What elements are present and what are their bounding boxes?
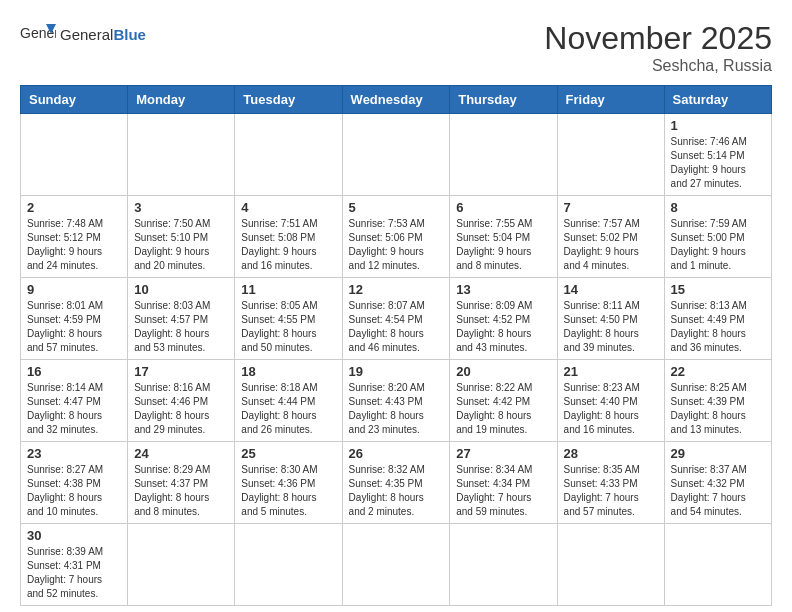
calendar-cell: 15Sunrise: 8:13 AMSunset: 4:49 PMDayligh… — [664, 278, 771, 360]
day-info: Sunrise: 7:55 AMSunset: 5:04 PMDaylight:… — [456, 217, 550, 273]
calendar-cell: 24Sunrise: 8:29 AMSunset: 4:37 PMDayligh… — [128, 442, 235, 524]
calendar-cell: 21Sunrise: 8:23 AMSunset: 4:40 PMDayligh… — [557, 360, 664, 442]
calendar-cell — [21, 114, 128, 196]
calendar-cell — [557, 114, 664, 196]
weekday-header-thursday: Thursday — [450, 86, 557, 114]
day-info: Sunrise: 8:01 AMSunset: 4:59 PMDaylight:… — [27, 299, 121, 355]
day-number: 12 — [349, 282, 444, 297]
calendar-cell: 30Sunrise: 8:39 AMSunset: 4:31 PMDayligh… — [21, 524, 128, 606]
calendar-cell: 10Sunrise: 8:03 AMSunset: 4:57 PMDayligh… — [128, 278, 235, 360]
day-number: 19 — [349, 364, 444, 379]
calendar-cell — [450, 524, 557, 606]
calendar-cell: 3Sunrise: 7:50 AMSunset: 5:10 PMDaylight… — [128, 196, 235, 278]
day-info: Sunrise: 8:03 AMSunset: 4:57 PMDaylight:… — [134, 299, 228, 355]
day-number: 18 — [241, 364, 335, 379]
calendar-cell — [235, 114, 342, 196]
calendar-cell: 7Sunrise: 7:57 AMSunset: 5:02 PMDaylight… — [557, 196, 664, 278]
calendar-cell: 6Sunrise: 7:55 AMSunset: 5:04 PMDaylight… — [450, 196, 557, 278]
day-info: Sunrise: 8:37 AMSunset: 4:32 PMDaylight:… — [671, 463, 765, 519]
day-number: 26 — [349, 446, 444, 461]
calendar-cell: 4Sunrise: 7:51 AMSunset: 5:08 PMDaylight… — [235, 196, 342, 278]
calendar-cell — [235, 524, 342, 606]
day-number: 20 — [456, 364, 550, 379]
day-info: Sunrise: 8:30 AMSunset: 4:36 PMDaylight:… — [241, 463, 335, 519]
calendar: SundayMondayTuesdayWednesdayThursdayFrid… — [20, 85, 772, 606]
calendar-cell: 22Sunrise: 8:25 AMSunset: 4:39 PMDayligh… — [664, 360, 771, 442]
day-number: 3 — [134, 200, 228, 215]
day-number: 4 — [241, 200, 335, 215]
day-number: 23 — [27, 446, 121, 461]
day-info: Sunrise: 7:48 AMSunset: 5:12 PMDaylight:… — [27, 217, 121, 273]
day-info: Sunrise: 8:39 AMSunset: 4:31 PMDaylight:… — [27, 545, 121, 601]
day-number: 5 — [349, 200, 444, 215]
week-row-1: 1Sunrise: 7:46 AMSunset: 5:14 PMDaylight… — [21, 114, 772, 196]
calendar-cell: 19Sunrise: 8:20 AMSunset: 4:43 PMDayligh… — [342, 360, 450, 442]
location: Seshcha, Russia — [544, 57, 772, 75]
day-info: Sunrise: 7:59 AMSunset: 5:00 PMDaylight:… — [671, 217, 765, 273]
day-info: Sunrise: 8:11 AMSunset: 4:50 PMDaylight:… — [564, 299, 658, 355]
day-number: 27 — [456, 446, 550, 461]
calendar-cell: 13Sunrise: 8:09 AMSunset: 4:52 PMDayligh… — [450, 278, 557, 360]
calendar-cell — [342, 524, 450, 606]
day-number: 13 — [456, 282, 550, 297]
calendar-cell: 27Sunrise: 8:34 AMSunset: 4:34 PMDayligh… — [450, 442, 557, 524]
day-info: Sunrise: 8:16 AMSunset: 4:46 PMDaylight:… — [134, 381, 228, 437]
logo: General GeneralBlue — [20, 20, 146, 48]
day-number: 29 — [671, 446, 765, 461]
day-info: Sunrise: 8:23 AMSunset: 4:40 PMDaylight:… — [564, 381, 658, 437]
calendar-cell: 17Sunrise: 8:16 AMSunset: 4:46 PMDayligh… — [128, 360, 235, 442]
day-info: Sunrise: 8:20 AMSunset: 4:43 PMDaylight:… — [349, 381, 444, 437]
day-info: Sunrise: 7:50 AMSunset: 5:10 PMDaylight:… — [134, 217, 228, 273]
calendar-cell: 26Sunrise: 8:32 AMSunset: 4:35 PMDayligh… — [342, 442, 450, 524]
day-number: 16 — [27, 364, 121, 379]
calendar-cell — [664, 524, 771, 606]
weekday-header-row: SundayMondayTuesdayWednesdayThursdayFrid… — [21, 86, 772, 114]
calendar-cell — [128, 524, 235, 606]
calendar-cell: 12Sunrise: 8:07 AMSunset: 4:54 PMDayligh… — [342, 278, 450, 360]
day-info: Sunrise: 7:46 AMSunset: 5:14 PMDaylight:… — [671, 135, 765, 191]
day-info: Sunrise: 8:34 AMSunset: 4:34 PMDaylight:… — [456, 463, 550, 519]
page-header: General GeneralBlue November 2025 Seshch… — [20, 20, 772, 75]
calendar-cell — [128, 114, 235, 196]
day-info: Sunrise: 8:25 AMSunset: 4:39 PMDaylight:… — [671, 381, 765, 437]
calendar-cell: 28Sunrise: 8:35 AMSunset: 4:33 PMDayligh… — [557, 442, 664, 524]
calendar-cell: 1Sunrise: 7:46 AMSunset: 5:14 PMDaylight… — [664, 114, 771, 196]
calendar-cell: 16Sunrise: 8:14 AMSunset: 4:47 PMDayligh… — [21, 360, 128, 442]
calendar-cell: 8Sunrise: 7:59 AMSunset: 5:00 PMDaylight… — [664, 196, 771, 278]
week-row-5: 23Sunrise: 8:27 AMSunset: 4:38 PMDayligh… — [21, 442, 772, 524]
calendar-cell: 18Sunrise: 8:18 AMSunset: 4:44 PMDayligh… — [235, 360, 342, 442]
month-title: November 2025 — [544, 20, 772, 57]
day-number: 1 — [671, 118, 765, 133]
day-number: 10 — [134, 282, 228, 297]
logo-icon: General — [20, 20, 56, 48]
day-number: 30 — [27, 528, 121, 543]
weekday-header-monday: Monday — [128, 86, 235, 114]
day-number: 11 — [241, 282, 335, 297]
week-row-2: 2Sunrise: 7:48 AMSunset: 5:12 PMDaylight… — [21, 196, 772, 278]
weekday-header-sunday: Sunday — [21, 86, 128, 114]
day-info: Sunrise: 8:35 AMSunset: 4:33 PMDaylight:… — [564, 463, 658, 519]
week-row-6: 30Sunrise: 8:39 AMSunset: 4:31 PMDayligh… — [21, 524, 772, 606]
weekday-header-friday: Friday — [557, 86, 664, 114]
day-number: 22 — [671, 364, 765, 379]
day-number: 17 — [134, 364, 228, 379]
day-info: Sunrise: 8:32 AMSunset: 4:35 PMDaylight:… — [349, 463, 444, 519]
day-info: Sunrise: 8:27 AMSunset: 4:38 PMDaylight:… — [27, 463, 121, 519]
day-info: Sunrise: 8:18 AMSunset: 4:44 PMDaylight:… — [241, 381, 335, 437]
day-number: 14 — [564, 282, 658, 297]
day-number: 7 — [564, 200, 658, 215]
day-number: 2 — [27, 200, 121, 215]
day-info: Sunrise: 7:57 AMSunset: 5:02 PMDaylight:… — [564, 217, 658, 273]
day-number: 24 — [134, 446, 228, 461]
day-info: Sunrise: 7:53 AMSunset: 5:06 PMDaylight:… — [349, 217, 444, 273]
day-info: Sunrise: 8:22 AMSunset: 4:42 PMDaylight:… — [456, 381, 550, 437]
calendar-cell: 25Sunrise: 8:30 AMSunset: 4:36 PMDayligh… — [235, 442, 342, 524]
week-row-4: 16Sunrise: 8:14 AMSunset: 4:47 PMDayligh… — [21, 360, 772, 442]
calendar-cell: 29Sunrise: 8:37 AMSunset: 4:32 PMDayligh… — [664, 442, 771, 524]
weekday-header-wednesday: Wednesday — [342, 86, 450, 114]
calendar-cell — [557, 524, 664, 606]
week-row-3: 9Sunrise: 8:01 AMSunset: 4:59 PMDaylight… — [21, 278, 772, 360]
calendar-cell — [450, 114, 557, 196]
calendar-cell: 2Sunrise: 7:48 AMSunset: 5:12 PMDaylight… — [21, 196, 128, 278]
day-info: Sunrise: 8:29 AMSunset: 4:37 PMDaylight:… — [134, 463, 228, 519]
